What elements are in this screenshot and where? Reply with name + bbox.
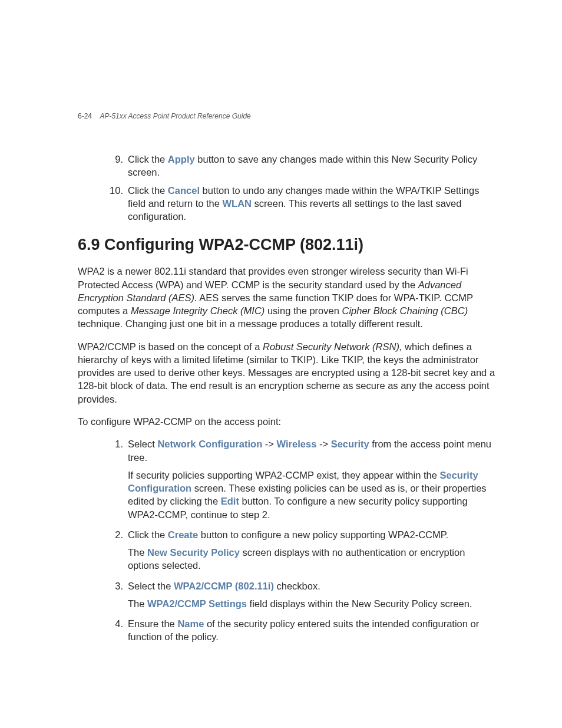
wpa2-ccmp-settings-keyword: WPA2/CCMP Settings: [147, 598, 247, 609]
step-10: Click the Cancel button to undo any chan…: [110, 184, 498, 223]
section-heading: 6.9 Configuring WPA2-CCMP (802.11i): [78, 236, 498, 254]
wireless-keyword: Wireless: [277, 439, 317, 449]
text: Select the: [128, 581, 174, 591]
text: The: [128, 598, 147, 609]
text: The: [128, 547, 147, 558]
text: ->: [262, 439, 276, 449]
step-3-sub: The WPA2/CCMP Settings field displays wi…: [128, 597, 498, 610]
italic-rsn: Robust Security Network (RSN),: [263, 341, 402, 352]
text: button to configure a new policy support…: [198, 529, 448, 540]
running-header: 6-24 AP-51xx Access Point Product Refere…: [78, 112, 498, 120]
text: WPA2 is a newer 802.11i standard that pr…: [78, 266, 468, 289]
procedure-step-list: Select Network Configuration -> Wireless…: [78, 437, 498, 643]
edit-keyword: Edit: [221, 496, 239, 506]
text: ->: [316, 439, 330, 449]
italic-cbc: Cipher Block Chaining (CBC): [342, 305, 468, 316]
step-1: Select Network Configuration -> Wireless…: [110, 437, 498, 521]
page-number: 6-24: [78, 112, 92, 120]
security-keyword: Security: [331, 439, 369, 449]
text: If security policies supporting WPA2-CCM…: [128, 470, 439, 480]
step-2-sub: The New Security Policy screen displays …: [128, 546, 498, 572]
text: using the proven: [265, 305, 342, 316]
cancel-keyword: Cancel: [168, 185, 200, 196]
text: technique. Changing just one bit in a me…: [78, 318, 423, 329]
create-keyword: Create: [168, 529, 198, 540]
document-page: 6-24 AP-51xx Access Point Product Refere…: [0, 0, 562, 686]
apply-keyword: Apply: [168, 154, 195, 164]
step-9: Click the Apply button to save any chang…: [110, 153, 498, 179]
text: field displays within the New Security P…: [247, 598, 472, 609]
step-1-sub: If security policies supporting WPA2-CCM…: [128, 469, 498, 521]
paragraph-2: WPA2/CCMP is based on the concept of a R…: [78, 340, 498, 406]
text: Click the: [128, 185, 168, 196]
text: Select: [128, 439, 157, 449]
text: Click the: [128, 154, 168, 164]
guide-title: AP-51xx Access Point Product Reference G…: [100, 112, 250, 120]
step-4: Ensure the Name of the security policy e…: [110, 617, 498, 644]
text: Click the: [128, 529, 168, 540]
text: checkbox.: [274, 581, 320, 591]
wpa2-ccmp-keyword: WPA2/CCMP (802.11i): [174, 581, 274, 591]
name-keyword: Name: [177, 618, 204, 629]
text: WPA2/CCMP is based on the concept of a: [78, 341, 263, 352]
wlan-keyword: WLAN: [223, 198, 252, 209]
step-3: Select the WPA2/CCMP (802.11i) checkbox.…: [110, 579, 498, 611]
text: Ensure the: [128, 618, 177, 629]
paragraph-3: To configure WPA2-CCMP on the access poi…: [78, 415, 498, 428]
italic-mic: Message Integrity Check (MIC): [131, 305, 265, 316]
paragraph-1: WPA2 is a newer 802.11i standard that pr…: [78, 265, 498, 330]
continued-step-list: Click the Apply button to save any chang…: [78, 153, 498, 223]
network-configuration-keyword: Network Configuration: [157, 439, 262, 449]
step-2: Click the Create button to configure a n…: [110, 528, 498, 572]
new-security-policy-keyword: New Security Policy: [147, 547, 240, 558]
